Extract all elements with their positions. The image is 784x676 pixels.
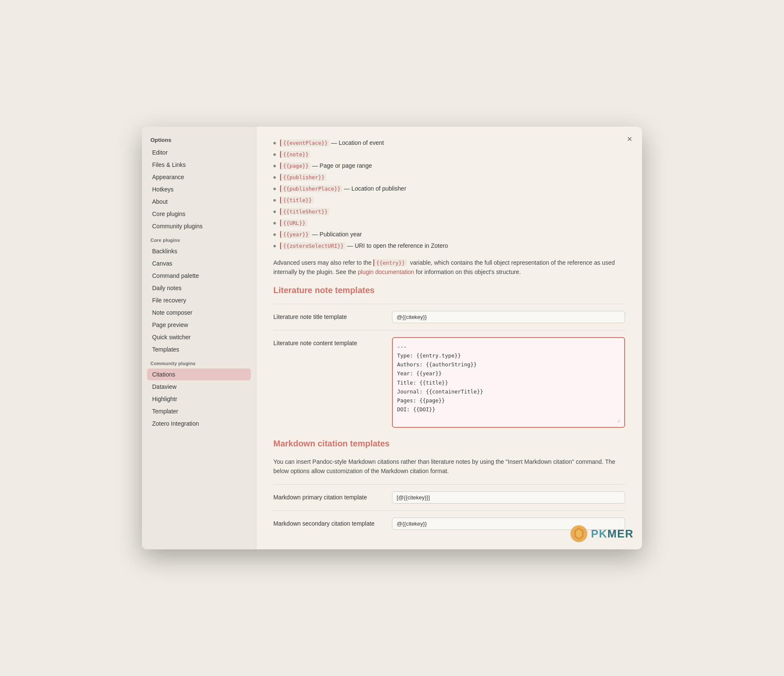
variable-desc: — Location of event <box>331 139 384 146</box>
community-plugins-list: CitationsDataviewHighlightrTemplaterZote… <box>147 368 251 429</box>
variable-desc: — Page or page range <box>312 162 372 169</box>
markdown-primary-row: Markdown primary citation template <box>273 484 625 510</box>
sidebar-item-note-composer[interactable]: Note composer <box>147 307 251 319</box>
sidebar-item-core-plugins[interactable]: Core plugins <box>147 208 251 220</box>
variable-code: {{zoteroSelectURI}} <box>280 242 345 249</box>
variable-code: {{page}} <box>280 162 310 169</box>
list-item: {{zoteroSelectURI}} — URI to open the re… <box>273 242 625 249</box>
bullet-dot <box>273 233 276 236</box>
list-item: {{titleShort}} <box>273 208 625 215</box>
sidebar-item-zotero-integration[interactable]: Zotero Integration <box>147 418 251 429</box>
variable-desc: — Location of publisher <box>344 185 406 192</box>
sidebar-item-templates[interactable]: Templates <box>147 344 251 355</box>
plugin-doc-link[interactable]: plugin documentation <box>358 269 414 275</box>
bullet-dot <box>273 222 276 224</box>
sidebar-item-dataview[interactable]: Dataview <box>147 381 251 393</box>
bullet-dot <box>273 199 276 202</box>
bullet-dot <box>273 176 276 179</box>
sidebar-item-daily-notes[interactable]: Daily notes <box>147 282 251 294</box>
advanced-text-3: for information on this object's structu… <box>414 269 521 275</box>
variable-code: {{titleShort}} <box>280 208 329 215</box>
sidebar-item-templater[interactable]: Templater <box>147 405 251 417</box>
bullet-dot <box>273 188 276 190</box>
variable-desc: — URI to open the reference in Zotero <box>347 242 448 249</box>
sidebar-item-canvas[interactable]: Canvas <box>147 258 251 269</box>
variable-code: {{title}} <box>280 197 314 204</box>
sidebar-item-appearance[interactable]: Appearance <box>147 171 251 183</box>
lit-note-title-row: Literature note title template <box>273 304 625 330</box>
bullet-dot <box>273 153 276 156</box>
pk-text: PK <box>591 527 608 540</box>
sidebar: Options EditorFiles & LinksAppearanceHot… <box>142 127 256 550</box>
sidebar-item-about[interactable]: About <box>147 196 251 208</box>
variable-code: {{year}} <box>280 231 310 238</box>
variable-code: {{publisherPlace}} <box>280 185 342 192</box>
list-item: {{URL}} <box>273 219 625 227</box>
markdown-primary-label: Markdown primary citation template <box>273 491 392 501</box>
lit-note-content-label: Literature note content template <box>273 337 392 346</box>
main-content: {{eventPlace}} — Location of event{{note… <box>256 127 642 550</box>
lit-note-content-text: --- Type: {{entry.type}} Authors: {{auth… <box>397 342 620 414</box>
list-item: {{publisherPlace}} — Location of publish… <box>273 185 625 192</box>
sidebar-item-command-palette[interactable]: Command palette <box>147 270 251 282</box>
lit-note-title-input[interactable] <box>392 311 625 323</box>
markdown-primary-input[interactable] <box>392 491 625 504</box>
list-item: {{title}} <box>273 197 625 204</box>
lit-note-content-wrapper: --- Type: {{entry.type}} Authors: {{auth… <box>392 337 625 428</box>
variable-desc: — Publication year <box>312 231 362 238</box>
bullet-dot <box>273 142 276 144</box>
core-plugins-title: Core plugins <box>147 233 251 245</box>
community-plugins-title: Community plugins <box>147 356 251 368</box>
mer-text: MER <box>607 527 634 540</box>
bullet-dot <box>273 211 276 213</box>
sidebar-item-community-plugins[interactable]: Community plugins <box>147 220 251 232</box>
variable-code: {{URL}} <box>280 219 307 227</box>
pkmer-logo <box>570 525 588 543</box>
advanced-description: Advanced users may also refer to the {{e… <box>273 258 625 277</box>
list-item: {{page}} — Page or page range <box>273 162 625 169</box>
sidebar-item-backlinks[interactable]: Backlinks <box>147 245 251 257</box>
sidebar-item-files-and-links[interactable]: Files & Links <box>147 159 251 171</box>
variable-code: {{publisher}} <box>280 174 326 181</box>
list-item: {{eventPlace}} — Location of event <box>273 139 625 147</box>
bullet-dot <box>273 245 276 247</box>
close-button[interactable]: ✕ <box>623 133 635 145</box>
watermark-label: PKMER <box>591 527 634 540</box>
entry-code: {{entry}} <box>373 259 407 266</box>
lit-note-title-label: Literature note title template <box>273 311 392 320</box>
list-item: {{publisher}} <box>273 174 625 181</box>
resize-handle[interactable]: ⌟ <box>397 414 620 423</box>
options-title: Options <box>147 135 251 147</box>
bullet-dot <box>273 165 276 167</box>
sidebar-item-citations[interactable]: Citations <box>147 368 251 380</box>
sidebar-item-file-recovery[interactable]: File recovery <box>147 294 251 306</box>
advanced-text-1: Advanced users may also refer to the <box>273 259 373 266</box>
lit-note-content-row: Literature note content template --- Typ… <box>273 330 625 435</box>
markdown-section-heading: Markdown citation templates <box>273 439 625 449</box>
variable-code: {{note}} <box>280 151 310 158</box>
core-plugins-list: BacklinksCanvasCommand paletteDaily note… <box>147 245 251 355</box>
watermark: PKMER <box>570 525 634 543</box>
lit-note-section-heading: Literature note templates <box>273 285 625 295</box>
sidebar-item-page-preview[interactable]: Page preview <box>147 319 251 331</box>
variable-code: {{eventPlace}} <box>280 139 329 147</box>
sidebar-item-hotkeys[interactable]: Hotkeys <box>147 183 251 195</box>
sidebar-item-highlightr[interactable]: Highlightr <box>147 393 251 405</box>
sidebar-item-editor[interactable]: Editor <box>147 147 251 158</box>
list-item: {{note}} <box>273 151 625 158</box>
markdown-description: You can insert Pandoc-style Markdown cit… <box>273 457 625 476</box>
sidebar-item-quick-switcher[interactable]: Quick switcher <box>147 331 251 343</box>
settings-modal: ✕ Options EditorFiles & LinksAppearanceH… <box>142 127 642 550</box>
template-variables-list: {{eventPlace}} — Location of event{{note… <box>273 139 625 249</box>
options-list: EditorFiles & LinksAppearanceHotkeysAbou… <box>147 147 251 232</box>
list-item: {{year}} — Publication year <box>273 231 625 238</box>
markdown-secondary-label: Markdown secondary citation template <box>273 518 392 527</box>
